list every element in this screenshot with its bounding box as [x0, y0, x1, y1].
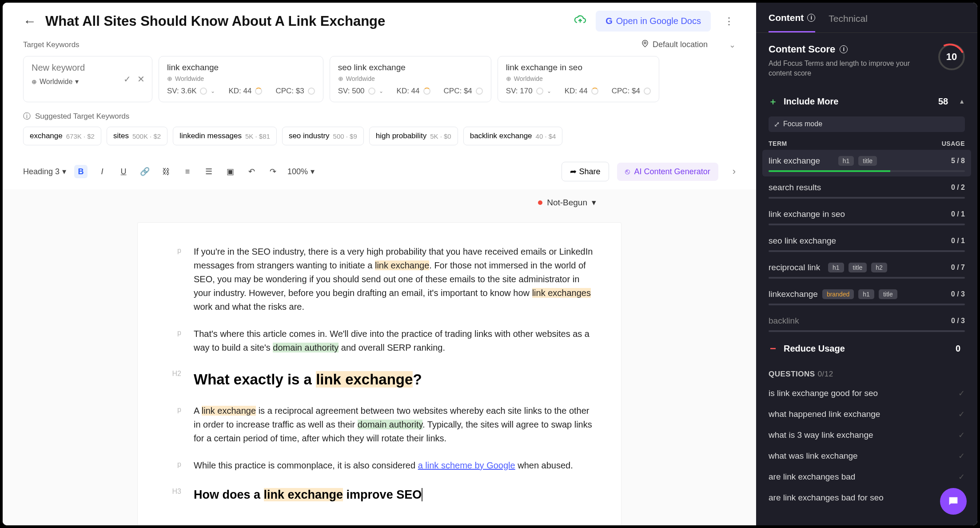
focus-mode-button[interactable]: ⤢Focus mode	[769, 116, 965, 132]
questions-header: QUESTIONS0/12	[756, 361, 977, 383]
location-selector[interactable]: Default location ⌄	[641, 40, 736, 50]
term-row[interactable]: search results0 / 2	[762, 176, 971, 203]
chevron-down-icon: ⌄	[729, 40, 736, 50]
unordered-list-button[interactable]: ☰	[202, 165, 215, 178]
status-selector[interactable]: Not-Begun ▾	[538, 197, 596, 208]
check-icon: ✓	[958, 472, 965, 482]
question-item[interactable]: what was link exchange✓	[769, 446, 965, 467]
confirm-icon[interactable]: ✓	[123, 74, 131, 84]
term-row[interactable]: backlink0 / 3	[762, 310, 971, 336]
reduce-usage-section[interactable]: − Reduce Usage 0	[756, 336, 977, 361]
underline-button[interactable]: U	[117, 165, 130, 178]
caret-down-icon: ▾	[592, 197, 596, 208]
content-score-ring: 10	[938, 44, 965, 70]
ordered-list-button[interactable]: ≡	[181, 165, 194, 178]
question-item[interactable]: is link exchange good for seo✓	[769, 383, 965, 404]
bold-button[interactable]: B	[74, 165, 88, 178]
suggested-keyword-chip[interactable]: exchange673K · $2	[23, 127, 101, 145]
question-item[interactable]: what is 3 way link exchange✓	[769, 425, 965, 446]
share-button[interactable]: ➦Share	[562, 162, 609, 181]
info-icon: ⓘ	[23, 111, 31, 121]
image-button[interactable]: ▣	[223, 165, 237, 178]
suggested-keyword-chip[interactable]: seo industry500 · $9	[282, 127, 364, 145]
svg-point-0	[644, 42, 646, 44]
suggested-keyword-chip[interactable]: high probability5K · $0	[369, 127, 458, 145]
target-keywords-label: Target Keywords	[23, 40, 80, 49]
info-icon: i	[807, 14, 815, 22]
new-keyword-card[interactable]: ⊕Worldwide▾ ✓ ✕	[23, 56, 152, 102]
page-title: What All Sites Should Know About A Link …	[45, 13, 565, 29]
chat-fab[interactable]	[940, 488, 967, 515]
ai-icon: ⎋	[625, 167, 630, 176]
minus-icon: −	[769, 344, 777, 353]
location-label: Default location	[653, 40, 708, 49]
location-icon	[641, 40, 649, 50]
include-more-section[interactable]: ＋ Include More 58 ▲	[756, 89, 977, 114]
share-icon: ➦	[570, 167, 577, 176]
tab-technical[interactable]: Technical	[829, 12, 868, 32]
redo-button[interactable]: ↷	[266, 165, 279, 178]
expand-icon: ⤢	[774, 120, 780, 128]
check-icon: ✓	[958, 430, 965, 440]
term-row[interactable]: seo link exchange0 / 1	[762, 230, 971, 256]
undo-button[interactable]: ↶	[245, 165, 258, 178]
term-row[interactable]: link exchange in seo0 / 1	[762, 203, 971, 230]
term-row[interactable]: link exchangeh1title5 / 8	[762, 150, 971, 176]
check-icon: ✓	[958, 388, 965, 398]
ai-content-generator-button[interactable]: ⎋AI Content Generator	[617, 163, 718, 181]
term-row[interactable]: linkexchangebrandedh1title0 / 3	[762, 283, 971, 310]
keyword-card[interactable]: link exchange in seo ⊕Worldwide SV: 170⌄…	[498, 56, 659, 102]
editor-page[interactable]: pIf you're in the SEO industry, there is…	[137, 222, 621, 525]
zoom-selector[interactable]: 100%▾	[287, 167, 315, 176]
cloud-sync-icon	[574, 15, 587, 27]
check-icon: ✓	[958, 409, 965, 419]
new-keyword-input[interactable]	[32, 63, 144, 73]
keyword-card[interactable]: link exchange ⊕Worldwide SV: 3.6K⌄ KD: 4…	[159, 56, 323, 102]
keyword-card[interactable]: seo link exchange ⊕Worldwide SV: 500⌄ KD…	[330, 56, 491, 102]
more-menu-icon[interactable]: ⋮	[720, 16, 738, 27]
suggested-keyword-chip[interactable]: linkedin messages5K · $81	[173, 127, 277, 145]
question-item[interactable]: are link exchanges bad✓	[769, 467, 965, 488]
suggested-keyword-chip[interactable]: backlink exchange40 · $4	[463, 127, 563, 145]
heading-selector[interactable]: Heading 3▾	[23, 167, 66, 176]
link-button[interactable]: 🔗	[138, 165, 151, 178]
question-item[interactable]: are link exchanges bad for seo✓	[769, 488, 965, 508]
caret-up-icon: ▲	[959, 98, 965, 105]
caret-down-icon: ▾	[75, 77, 79, 86]
gdocs-label: Open in Google Docs	[616, 16, 701, 26]
open-google-docs-button[interactable]: G Open in Google Docs	[596, 11, 711, 32]
cancel-icon[interactable]: ✕	[137, 74, 145, 84]
google-icon: G	[606, 16, 613, 26]
plus-icon: ＋	[769, 97, 777, 106]
toolbar-next-icon[interactable]: ›	[733, 166, 736, 177]
globe-icon: ⊕	[32, 78, 37, 85]
unlink-button[interactable]: ⛓	[159, 165, 173, 178]
tab-content[interactable]: Contenti	[769, 12, 815, 32]
italic-button[interactable]: I	[96, 165, 109, 178]
suggested-keyword-chip[interactable]: sites500K · $2	[107, 127, 167, 145]
check-icon: ✓	[958, 451, 965, 461]
term-row[interactable]: reciprocal linkh1titleh20 / 7	[762, 256, 971, 283]
status-dot-icon	[538, 200, 542, 205]
suggested-label: Suggested Target Keywords	[35, 112, 129, 121]
info-icon: i	[840, 45, 848, 53]
back-arrow[interactable]: ←	[23, 14, 36, 29]
question-item[interactable]: what happened link exchange✓	[769, 404, 965, 425]
